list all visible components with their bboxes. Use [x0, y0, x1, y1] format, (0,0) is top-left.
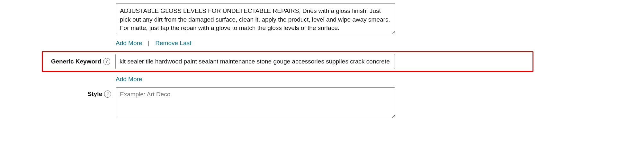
help-icon[interactable]: ?	[104, 91, 111, 98]
generic-keyword-highlight: Generic Keyword ?	[42, 51, 533, 72]
style-textarea[interactable]	[116, 87, 395, 118]
description-label-col	[6, 3, 116, 6]
description-row: Add More | Remove Last	[6, 3, 638, 51]
style-label-col: Style ?	[6, 87, 116, 98]
add-more-link[interactable]: Add More	[116, 40, 142, 47]
add-more-link-2[interactable]: Add More	[116, 76, 142, 83]
style-label: Style	[88, 91, 102, 98]
style-field-col	[116, 87, 395, 120]
description-textarea[interactable]	[116, 3, 395, 34]
help-icon[interactable]: ?	[103, 58, 110, 65]
generic-keyword-actions-row: Add More	[6, 72, 638, 87]
generic-keyword-label: Generic Keyword	[51, 58, 101, 65]
actions-separator: |	[148, 40, 149, 47]
generic-keyword-input[interactable]	[115, 54, 395, 69]
generic-keyword-label-col: Generic Keyword ?	[43, 58, 115, 65]
remove-last-link[interactable]: Remove Last	[155, 40, 191, 47]
generic-keyword-row: Generic Keyword ?	[6, 51, 638, 72]
generic-keyword-actions: Add More	[116, 72, 395, 87]
description-actions: Add More | Remove Last	[116, 36, 395, 51]
style-row: Style ?	[6, 87, 638, 120]
description-field-col: Add More | Remove Last	[116, 3, 395, 51]
